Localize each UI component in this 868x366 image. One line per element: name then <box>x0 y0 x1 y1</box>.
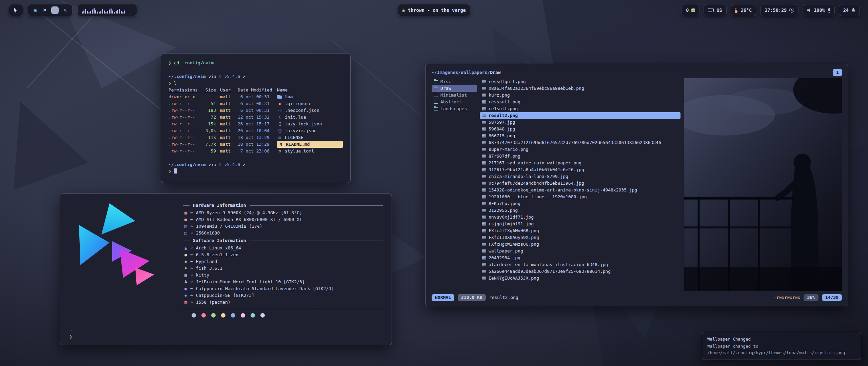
file-date: 18 oct 13:29 <box>238 134 273 141</box>
tab-badge[interactable]: 1 <box>833 69 842 76</box>
file-item[interactable]: 68747470733a2f2f696d616765732d7769786d70… <box>480 139 680 146</box>
file-item[interactable]: 08a634fa02a32364f69ebc86a98eb1eb.png <box>480 85 680 92</box>
file-item[interactable]: 87r687df.png <box>480 153 680 160</box>
terminal-input-line[interactable]: ❯ <box>169 168 343 175</box>
visualizer-bar <box>112 11 113 14</box>
temperature-module[interactable]: 26°C <box>731 4 756 16</box>
prompt-path: ~/.config/nvim <box>169 162 206 167</box>
cursor-icon <box>14 8 18 13</box>
file-item[interactable]: wallpaper.png <box>480 248 680 255</box>
topbar-center-group: ◉ thrown - on the verge <box>398 4 470 16</box>
file-item[interactable]: 20492984.jpg <box>480 255 680 261</box>
notifications-module[interactable]: 24 <box>839 4 860 16</box>
arrow-icon: ➜ <box>190 209 193 216</box>
file-item[interactable]: FXfcII0X0AQyn9X.png <box>480 234 680 241</box>
clock-icon <box>789 8 794 13</box>
file-item[interactable]: 3126f7e9bbf21a8a4af0b67b041c6e26.jpg <box>480 166 680 173</box>
directory-item[interactable]: Abstract <box>432 99 477 105</box>
directory-item[interactable]: Landscapes <box>432 105 477 112</box>
updates-count: 0 <box>686 7 689 13</box>
distro-logo <box>69 201 171 338</box>
visualizer-bar <box>111 8 112 14</box>
image-file-icon <box>482 155 486 158</box>
file-type-icon <box>277 94 282 100</box>
file-item[interactable]: super-mario.png <box>480 146 680 153</box>
speaker-icon <box>807 8 811 12</box>
visualizer-bar <box>88 12 90 14</box>
arrow-icon: ➜ <box>190 245 193 251</box>
file-item[interactable]: re1sult.png <box>480 105 680 112</box>
file-name: 866715.png <box>489 133 515 139</box>
file-item[interactable]: resssult.png <box>480 99 680 105</box>
file-item[interactable]: ressdfgult.png <box>480 78 680 85</box>
fetch-terminal-window[interactable]: Hardware Information ▦ ➜ AMD Ryzen 9 590… <box>60 194 392 345</box>
microphone-icon <box>828 8 830 11</box>
file-item[interactable]: FXfcJlTXgAMvH6R.png <box>480 227 680 234</box>
workspace-indicator[interactable]: ⚑ <box>42 6 48 14</box>
arrow-icon: ➜ <box>190 251 193 258</box>
file-item[interactable]: 587597.jpg <box>480 119 680 126</box>
file-manager-window[interactable]: ~/Imagenes/Wallpapers/Draw 1 Misc Draw M… <box>425 64 848 306</box>
topbar-right-group: 0 US 26°C 17:50:29 100% 24 <box>682 4 860 16</box>
directory-item[interactable]: Draw <box>432 85 477 92</box>
path-current: Draw <box>490 70 500 75</box>
workspace-indicator[interactable]: ◉ <box>32 6 38 14</box>
audio-visualizer[interactable] <box>77 4 137 16</box>
shell-prompt-line: ~/.config/nvim via ☾ v5.4.6 ✔ <box>169 73 343 80</box>
terminal-window[interactable]: ❯ cd .config/nvim ~/.config/nvim via ☾ v… <box>161 54 351 183</box>
visualizer-bar <box>99 12 100 14</box>
updates-module[interactable]: 0 <box>682 4 699 16</box>
directory-name: Abstract <box>440 99 462 105</box>
file-name: 08a634fa02a32364f69ebc86a98eb1eb.png <box>489 85 584 92</box>
directory-item[interactable]: Minimalist <box>432 92 477 99</box>
clock-module[interactable]: 17:50:29 <box>760 4 798 16</box>
file-item[interactable]: 3122955.png <box>480 207 680 214</box>
fetch-shell-prompt[interactable]: ~ ❯ <box>70 327 72 340</box>
file-item[interactable]: FXfcHgcWIAMzs0G.png <box>480 241 680 248</box>
info-line: □ ➜ 868x366 <box>183 230 383 237</box>
file-item[interactable]: 5a266e448add93deab367d87173e9f25-6837886… <box>480 268 680 275</box>
file-item[interactable]: 19201080-__blue-tinge__-1920×1080.jpg <box>480 194 680 200</box>
file-item[interactable]: 154928-odinokoe_anime-art-anime-okno-sin… <box>480 187 680 194</box>
file-size: - <box>202 94 216 100</box>
workspace-indicator[interactable] <box>51 6 59 14</box>
file-date: 6 oct 00:31 <box>238 100 273 107</box>
info-line: A ➜ JetBrainsMono Nerd Font Light 10 [GT… <box>183 279 383 285</box>
volume-module[interactable]: 100% <box>803 4 835 16</box>
file-type-icon <box>278 142 283 147</box>
image-file-icon <box>482 80 486 83</box>
file-item[interactable]: 8FKa7Cu.jpeg <box>480 200 680 207</box>
info-line: ● ➜ 6.5.8-zen1-1-zen <box>183 251 383 258</box>
file-owner: matt <box>220 94 234 100</box>
file-item[interactable]: 596848.jpg <box>480 126 680 133</box>
app-launcher-button[interactable] <box>9 4 23 16</box>
arrow-icon: ➜ <box>190 230 193 237</box>
file-item[interactable]: chica-mirando-la-luna-8799.jpg <box>480 173 680 180</box>
image-file-icon <box>482 107 486 110</box>
file-item[interactable]: nnvuv0xj2df71.jpg <box>480 214 680 221</box>
media-player-pill[interactable]: ◉ thrown - on the verge <box>398 4 470 16</box>
file-item[interactable]: result2.png <box>480 112 680 119</box>
media-icon: ◉ <box>402 8 405 13</box>
palette-dot <box>211 313 216 318</box>
workspace-indicator[interactable]: ✎ <box>62 6 68 14</box>
file-item[interactable]: atardecer-en-la-montanas-ilustracion-634… <box>480 261 680 268</box>
software-info-lines: ▲ ➜ Arch Linux x86_64 ● ➜ 6.5.8-zen1-1-z… <box>183 245 383 306</box>
file-item[interactable]: 0c794faf07de24a4db4d4fb1eb813964.jpg <box>480 180 680 187</box>
directory-item[interactable]: Misc <box>432 78 477 85</box>
visualizer-bar <box>97 12 98 14</box>
file-name: 3122955.png <box>489 207 518 214</box>
file-item[interactable]: rsjqojlmjhf91.jpg <box>480 221 680 227</box>
image-file-icon <box>482 195 486 199</box>
image-file-icon <box>482 148 486 151</box>
file-item[interactable]: 217167-sad-anime-rain-wallpaper.png <box>480 160 680 166</box>
file-item[interactable]: kurz.png <box>480 92 680 99</box>
package-icon <box>691 8 695 12</box>
file-item[interactable]: 866715.png <box>480 133 680 139</box>
visualizer-bar <box>94 8 95 14</box>
palette-dot <box>241 313 245 318</box>
keyboard-layout-module[interactable]: US <box>704 4 726 16</box>
info-line-value: JetBrainsMono Nerd Font Light 10 [GTK2/3… <box>196 279 305 285</box>
notification-popup[interactable]: Wallpaper Changed Wallpaper changed to /… <box>702 332 861 360</box>
file-item[interactable]: EeNKYgIUcAAJ5JX.png <box>480 275 680 282</box>
